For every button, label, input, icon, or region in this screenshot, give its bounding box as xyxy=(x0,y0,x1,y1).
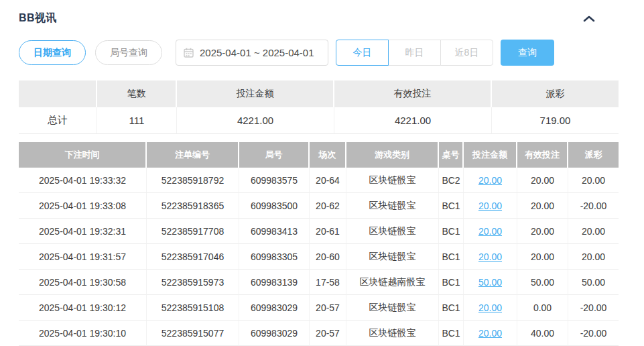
bet-amount-link[interactable]: 20.00 xyxy=(478,226,502,237)
cell-session: 17-58 xyxy=(310,270,346,295)
quick-range-today[interactable]: 今日 xyxy=(336,40,389,66)
collapse-button[interactable] xyxy=(583,15,595,23)
bets-header-round: 局号 xyxy=(239,142,310,168)
search-button[interactable]: 查询 xyxy=(501,40,554,66)
cell-bet-amount: 20.00 xyxy=(464,321,517,346)
cell-payout: 50.00 xyxy=(568,270,619,295)
summary-header-row: 笔数 投注金额 有效投注 派彩 xyxy=(19,80,619,107)
cell-bet-amount: 20.00 xyxy=(464,168,517,193)
cell-order-id: 522385917708 xyxy=(147,219,239,244)
cell-game-type: 区块链骰宝 xyxy=(346,295,439,321)
cell-payout: -20.00 xyxy=(568,295,619,321)
cell-bet-time: 2025-04-01 19:30:58 xyxy=(19,270,147,295)
cell-bet-time: 2025-04-01 19:33:32 xyxy=(19,168,147,193)
table-row: 2025-04-01 19:30:10 522385915077 6099830… xyxy=(19,321,619,346)
cell-order-id: 522385918365 xyxy=(147,193,239,219)
cell-valid-bet: 20.00 xyxy=(517,193,568,219)
cell-round-no: 609983029 xyxy=(239,295,310,321)
cell-game-type: 区块链骰宝 xyxy=(346,193,439,219)
cell-order-id: 522385915108 xyxy=(147,295,239,321)
cell-game-type: 区块链骰宝 xyxy=(346,168,439,193)
cell-bet-amount: 20.00 xyxy=(464,193,517,219)
cell-round-no: 609983575 xyxy=(239,168,310,193)
page-title: BB视讯 xyxy=(19,11,57,25)
cell-round-no: 609983139 xyxy=(239,270,310,295)
bet-amount-link[interactable]: 20.00 xyxy=(478,175,502,186)
cell-bet-time: 2025-04-01 19:30:12 xyxy=(19,295,147,321)
summary-header-valid-bet: 有效投注 xyxy=(334,80,492,107)
cell-payout: 20.00 xyxy=(568,244,619,270)
bet-amount-link[interactable]: 50.00 xyxy=(478,277,502,288)
cell-order-id: 522385918792 xyxy=(147,168,239,193)
cell-valid-bet: 0.00 xyxy=(517,295,568,321)
cell-valid-bet: 20.00 xyxy=(517,168,568,193)
cell-bet-amount: 50.00 xyxy=(464,270,517,295)
cell-bet-time: 2025-04-01 19:30:10 xyxy=(19,321,147,346)
summary-header-blank xyxy=(19,80,97,107)
round-query-tab[interactable]: 局号查询 xyxy=(95,40,162,65)
cell-game-type: 区块链越南骰宝 xyxy=(346,270,439,295)
cell-game-type: 区块链骰宝 xyxy=(346,321,439,346)
date-query-tab[interactable]: 日期查询 xyxy=(19,40,86,65)
cell-order-id: 522385915973 xyxy=(147,270,239,295)
chevron-up-icon xyxy=(583,15,595,23)
quick-range-last8days[interactable]: 近8日 xyxy=(440,40,493,66)
bet-amount-link[interactable]: 20.00 xyxy=(478,328,502,339)
cell-payout: -20.00 xyxy=(568,321,619,346)
panel-header: BB视讯 xyxy=(19,11,619,25)
filter-bar: 日期查询 局号查询 2025-04-01 ~ 2025-04-01 今日 xyxy=(19,40,619,66)
summary-total-valid-bet: 4221.00 xyxy=(334,107,492,134)
bets-header-time: 下注时间 xyxy=(19,142,147,168)
cell-order-id: 522385915077 xyxy=(147,321,239,346)
cell-bet-time: 2025-04-01 19:32:31 xyxy=(19,219,147,244)
bets-header-valid: 有效投注 xyxy=(517,142,568,168)
cell-table-no: BC1 xyxy=(439,193,464,219)
cell-game-type: 区块链骰宝 xyxy=(346,244,439,270)
bb-video-panel: BB视讯 日期查询 局号查询 xyxy=(19,0,619,346)
cell-table-no: BC2 xyxy=(439,168,464,193)
cell-round-no: 609983305 xyxy=(239,244,310,270)
summary-header-bet-amount: 投注金额 xyxy=(177,80,334,107)
table-row: 2025-04-01 19:30:12 522385915108 6099830… xyxy=(19,295,619,321)
cell-bet-amount: 20.00 xyxy=(464,295,517,321)
date-range-input[interactable]: 2025-04-01 ~ 2025-04-01 xyxy=(176,40,328,66)
summary-header-count: 笔数 xyxy=(97,80,177,107)
table-row: 2025-04-01 19:31:57 522385917046 6099833… xyxy=(19,244,619,270)
summary-total-bet-amount: 4221.00 xyxy=(177,107,334,134)
cell-payout: -20.00 xyxy=(568,193,619,219)
quick-range-yesterday[interactable]: 昨日 xyxy=(388,40,441,66)
cell-table-no: BC1 xyxy=(439,270,464,295)
cell-round-no: 609983500 xyxy=(239,193,310,219)
calendar-icon xyxy=(184,48,194,58)
bets-header-row: 下注时间 注单编号 局号 场次 游戏类别 桌号 投注金额 有效投注 派彩 xyxy=(19,142,619,168)
cell-table-no: BC1 xyxy=(439,295,464,321)
cell-game-type: 区块链骰宝 xyxy=(346,219,439,244)
table-row: 2025-04-01 19:32:31 522385917708 6099834… xyxy=(19,219,619,244)
bets-header-bet: 投注金额 xyxy=(464,142,517,168)
table-row: 2025-04-01 19:33:08 522385918365 6099835… xyxy=(19,193,619,219)
cell-bet-amount: 20.00 xyxy=(464,219,517,244)
bets-header-order-id: 注单编号 xyxy=(147,142,239,168)
bets-header-payout: 派彩 xyxy=(568,142,619,168)
cell-bet-time: 2025-04-01 19:33:08 xyxy=(19,193,147,219)
cell-bet-time: 2025-04-01 19:31:57 xyxy=(19,244,147,270)
cell-round-no: 609983413 xyxy=(239,219,310,244)
cell-table-no: BC1 xyxy=(439,219,464,244)
bet-amount-link[interactable]: 20.00 xyxy=(478,302,502,313)
summary-total-payout: 719.00 xyxy=(492,107,619,134)
cell-valid-bet: 20.00 xyxy=(517,244,568,270)
cell-payout: 20.00 xyxy=(568,219,619,244)
bet-amount-link[interactable]: 20.00 xyxy=(478,251,502,262)
cell-table-no: BC1 xyxy=(439,321,464,346)
bets-header-table-no: 桌号 xyxy=(439,142,464,168)
cell-payout: 20.00 xyxy=(568,168,619,193)
cell-round-no: 609983029 xyxy=(239,321,310,346)
cell-valid-bet: 40.00 xyxy=(517,321,568,346)
table-row: 2025-04-01 19:30:58 522385915973 6099831… xyxy=(19,270,619,295)
bets-header-session: 场次 xyxy=(310,142,346,168)
bets-header-game: 游戏类别 xyxy=(346,142,439,168)
summary-total-row: 总计 111 4221.00 4221.00 719.00 xyxy=(19,107,619,134)
cell-session: 20-62 xyxy=(310,193,346,219)
cell-session: 20-57 xyxy=(310,321,346,346)
bet-amount-link[interactable]: 20.00 xyxy=(478,200,502,211)
